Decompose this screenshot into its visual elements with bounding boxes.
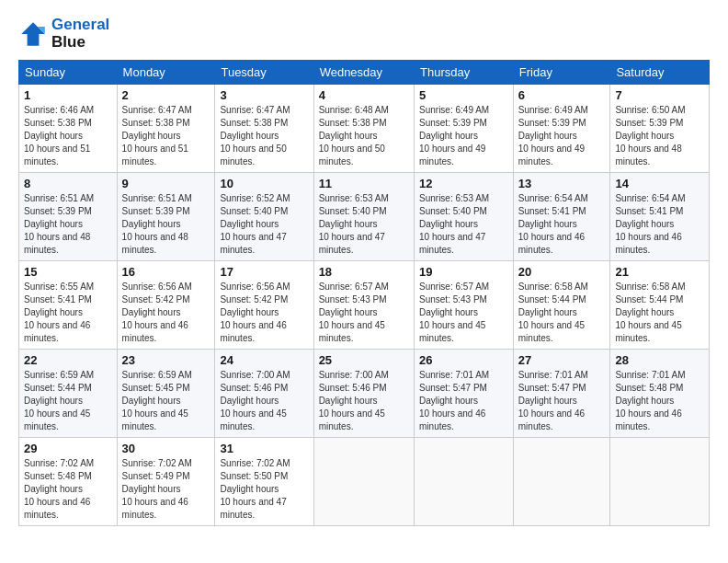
calendar-cell: 13 Sunrise: 6:54 AMSunset: 5:41 PMDaylig…: [513, 173, 610, 261]
calendar-cell: 9 Sunrise: 6:51 AMSunset: 5:39 PMDayligh…: [117, 173, 215, 261]
calendar: SundayMondayTuesdayWednesdayThursdayFrid…: [18, 60, 710, 526]
calendar-cell: 29 Sunrise: 7:02 AMSunset: 5:48 PMDaylig…: [19, 438, 118, 526]
calendar-cell: 18 Sunrise: 6:57 AMSunset: 5:43 PMDaylig…: [313, 261, 414, 350]
calendar-cell: [313, 438, 414, 526]
day-number: 15: [24, 265, 112, 279]
day-info: Sunrise: 6:47 AMSunset: 5:38 PMDaylight …: [220, 105, 290, 167]
day-number: 17: [220, 265, 308, 279]
logo-text: General: [51, 17, 109, 34]
calendar-cell: 16 Sunrise: 6:56 AMSunset: 5:42 PMDaylig…: [117, 261, 215, 350]
calendar-cell: 11 Sunrise: 6:53 AMSunset: 5:40 PMDaylig…: [313, 173, 414, 261]
day-number: 5: [419, 88, 508, 102]
day-info: Sunrise: 6:53 AMSunset: 5:40 PMDaylight …: [419, 193, 489, 255]
calendar-cell: 2 Sunrise: 6:47 AMSunset: 5:38 PMDayligh…: [117, 85, 215, 173]
day-info: Sunrise: 6:53 AMSunset: 5:40 PMDaylight …: [319, 193, 389, 255]
calendar-cell: [415, 438, 514, 526]
calendar-cell: 5 Sunrise: 6:49 AMSunset: 5:39 PMDayligh…: [415, 85, 514, 173]
calendar-cell: [610, 438, 710, 526]
header: General Blue: [18, 17, 710, 51]
day-info: Sunrise: 6:56 AMSunset: 5:42 PMDaylight …: [122, 282, 192, 343]
calendar-cell: 7 Sunrise: 6:50 AMSunset: 5:39 PMDayligh…: [610, 85, 710, 173]
day-info: Sunrise: 6:49 AMSunset: 5:39 PMDaylight …: [518, 105, 588, 167]
day-info: Sunrise: 7:01 AMSunset: 5:48 PMDaylight …: [615, 370, 685, 431]
day-header: Wednesday: [313, 61, 414, 85]
calendar-cell: 17 Sunrise: 6:56 AMSunset: 5:42 PMDaylig…: [215, 261, 313, 350]
day-number: 26: [419, 353, 508, 367]
calendar-cell: 22 Sunrise: 6:59 AMSunset: 5:44 PMDaylig…: [19, 350, 118, 438]
day-header: Thursday: [415, 61, 514, 85]
day-info: Sunrise: 6:51 AMSunset: 5:39 PMDaylight …: [24, 193, 94, 255]
day-number: 3: [220, 88, 308, 102]
day-number: 19: [419, 265, 508, 279]
day-number: 2: [122, 88, 210, 102]
day-header: Tuesday: [215, 61, 313, 85]
calendar-cell: 31 Sunrise: 7:02 AMSunset: 5:50 PMDaylig…: [215, 438, 313, 526]
day-number: 8: [24, 177, 112, 190]
day-number: 18: [319, 265, 409, 279]
day-number: 9: [122, 177, 210, 190]
calendar-cell: 30 Sunrise: 7:02 AMSunset: 5:49 PMDaylig…: [117, 438, 215, 526]
day-number: 16: [122, 265, 210, 279]
day-number: 24: [220, 353, 308, 367]
day-header: Saturday: [610, 61, 710, 85]
day-info: Sunrise: 7:00 AMSunset: 5:46 PMDaylight …: [220, 370, 290, 431]
day-number: 6: [518, 88, 606, 102]
day-number: 13: [518, 177, 606, 190]
day-number: 22: [24, 353, 112, 367]
day-info: Sunrise: 7:00 AMSunset: 5:46 PMDaylight …: [319, 370, 389, 431]
day-number: 30: [122, 442, 210, 455]
calendar-cell: 8 Sunrise: 6:51 AMSunset: 5:39 PMDayligh…: [19, 173, 118, 261]
day-info: Sunrise: 6:56 AMSunset: 5:42 PMDaylight …: [220, 282, 290, 343]
day-number: 12: [419, 177, 508, 190]
calendar-cell: [513, 438, 610, 526]
day-header: Monday: [117, 61, 215, 85]
svg-marker-0: [21, 22, 45, 46]
day-info: Sunrise: 7:02 AMSunset: 5:48 PMDaylight …: [24, 458, 94, 520]
day-number: 27: [518, 353, 606, 367]
calendar-cell: 14 Sunrise: 6:54 AMSunset: 5:41 PMDaylig…: [610, 173, 710, 261]
calendar-cell: 10 Sunrise: 6:52 AMSunset: 5:40 PMDaylig…: [215, 173, 313, 261]
day-info: Sunrise: 6:46 AMSunset: 5:38 PMDaylight …: [24, 105, 94, 167]
day-info: Sunrise: 6:57 AMSunset: 5:43 PMDaylight …: [419, 282, 489, 343]
calendar-cell: 25 Sunrise: 7:00 AMSunset: 5:46 PMDaylig…: [313, 350, 414, 438]
logo-text2: Blue: [51, 34, 109, 52]
day-number: 21: [615, 265, 704, 279]
day-info: Sunrise: 6:59 AMSunset: 5:44 PMDaylight …: [24, 370, 94, 431]
day-info: Sunrise: 6:52 AMSunset: 5:40 PMDaylight …: [220, 193, 290, 255]
day-number: 10: [220, 177, 308, 190]
day-number: 14: [615, 177, 704, 190]
day-info: Sunrise: 6:51 AMSunset: 5:39 PMDaylight …: [122, 193, 192, 255]
calendar-cell: 12 Sunrise: 6:53 AMSunset: 5:40 PMDaylig…: [415, 173, 514, 261]
day-info: Sunrise: 7:02 AMSunset: 5:50 PMDaylight …: [220, 458, 290, 520]
calendar-cell: 23 Sunrise: 6:59 AMSunset: 5:45 PMDaylig…: [117, 350, 215, 438]
calendar-cell: 21 Sunrise: 6:58 AMSunset: 5:44 PMDaylig…: [610, 261, 710, 350]
day-info: Sunrise: 6:59 AMSunset: 5:45 PMDaylight …: [122, 370, 192, 431]
day-info: Sunrise: 7:01 AMSunset: 5:47 PMDaylight …: [518, 370, 588, 431]
day-header: Sunday: [19, 61, 118, 85]
calendar-cell: 20 Sunrise: 6:58 AMSunset: 5:44 PMDaylig…: [513, 261, 610, 350]
day-number: 25: [319, 353, 409, 367]
day-info: Sunrise: 6:54 AMSunset: 5:41 PMDaylight …: [615, 193, 685, 255]
day-info: Sunrise: 6:58 AMSunset: 5:44 PMDaylight …: [615, 282, 685, 343]
day-info: Sunrise: 6:55 AMSunset: 5:41 PMDaylight …: [24, 282, 94, 343]
logo-icon: [18, 19, 48, 49]
day-info: Sunrise: 6:50 AMSunset: 5:39 PMDaylight …: [615, 105, 685, 167]
calendar-cell: 6 Sunrise: 6:49 AMSunset: 5:39 PMDayligh…: [513, 85, 610, 173]
calendar-cell: 3 Sunrise: 6:47 AMSunset: 5:38 PMDayligh…: [215, 85, 313, 173]
calendar-cell: 19 Sunrise: 6:57 AMSunset: 5:43 PMDaylig…: [415, 261, 514, 350]
day-number: 29: [24, 442, 112, 455]
logo: General Blue: [18, 17, 109, 51]
calendar-cell: 15 Sunrise: 6:55 AMSunset: 5:41 PMDaylig…: [19, 261, 118, 350]
calendar-cell: 27 Sunrise: 7:01 AMSunset: 5:47 PMDaylig…: [513, 350, 610, 438]
day-info: Sunrise: 6:57 AMSunset: 5:43 PMDaylight …: [319, 282, 389, 343]
day-info: Sunrise: 6:47 AMSunset: 5:38 PMDaylight …: [122, 105, 192, 167]
day-number: 1: [24, 88, 112, 102]
day-number: 7: [615, 88, 704, 102]
day-info: Sunrise: 7:01 AMSunset: 5:47 PMDaylight …: [419, 370, 489, 431]
day-number: 23: [122, 353, 210, 367]
day-number: 11: [319, 177, 409, 190]
day-info: Sunrise: 6:48 AMSunset: 5:38 PMDaylight …: [319, 105, 389, 167]
calendar-cell: 4 Sunrise: 6:48 AMSunset: 5:38 PMDayligh…: [313, 85, 414, 173]
day-number: 31: [220, 442, 308, 455]
calendar-cell: 1 Sunrise: 6:46 AMSunset: 5:38 PMDayligh…: [19, 85, 118, 173]
